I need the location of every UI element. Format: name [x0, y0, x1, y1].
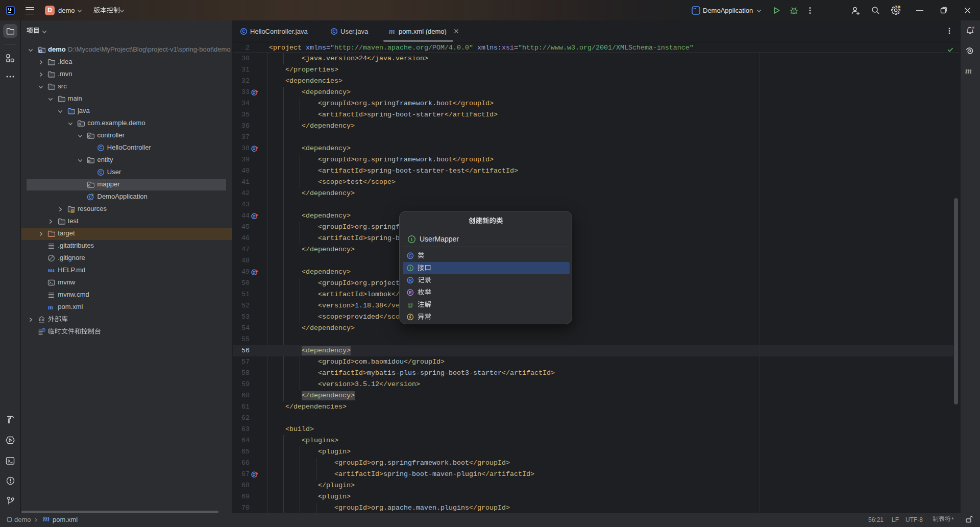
svg-text:C: C	[99, 170, 102, 175]
svg-text:C: C	[242, 29, 245, 34]
svg-text:C: C	[99, 145, 102, 150]
svg-text:I: I	[409, 266, 411, 271]
svg-text:C: C	[409, 253, 412, 258]
svg-text:M: M	[48, 268, 52, 273]
svg-text:m: m	[389, 28, 395, 35]
svg-text:@: @	[407, 302, 413, 308]
svg-text:I: I	[411, 236, 412, 242]
svg-text:C: C	[332, 29, 335, 34]
svg-text:m: m	[48, 303, 53, 311]
svg-text:R: R	[409, 278, 412, 283]
svg-text:E: E	[409, 290, 412, 295]
svg-text:C: C	[89, 195, 92, 200]
